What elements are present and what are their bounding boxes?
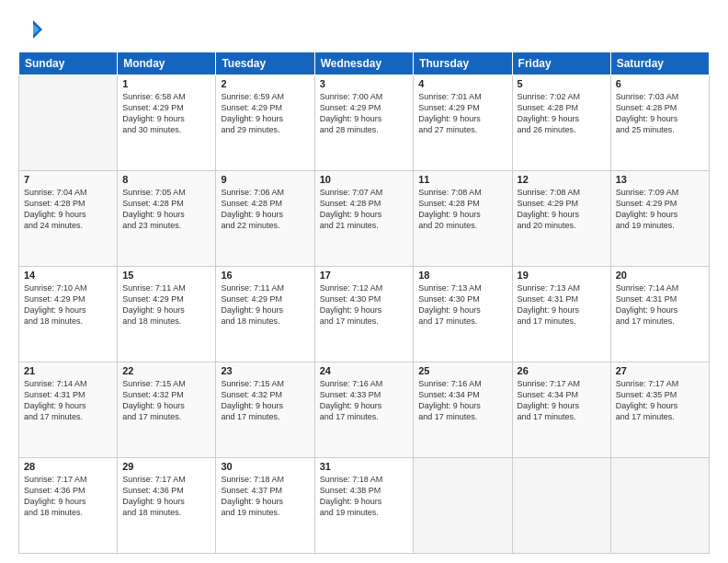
weekday-header: SundayMondayTuesdayWednesdayThursdayFrid… bbox=[19, 52, 710, 75]
calendar-cell: 24Sunrise: 7:16 AMSunset: 4:33 PMDayligh… bbox=[314, 362, 414, 458]
calendar-cell: 3Sunrise: 7:00 AMSunset: 4:29 PMDaylight… bbox=[314, 75, 414, 171]
day-number: 13 bbox=[616, 174, 704, 185]
day-info: Sunrise: 7:05 AMSunset: 4:28 PMDaylight:… bbox=[122, 187, 210, 232]
calendar-cell: 20Sunrise: 7:14 AMSunset: 4:31 PMDayligh… bbox=[610, 267, 709, 362]
day-number: 20 bbox=[616, 270, 704, 281]
weekday-sunday: Sunday bbox=[19, 52, 118, 75]
calendar-cell: 21Sunrise: 7:14 AMSunset: 4:31 PMDayligh… bbox=[19, 362, 118, 458]
day-number: 17 bbox=[320, 270, 409, 281]
day-number: 23 bbox=[221, 365, 309, 376]
calendar-cell: 22Sunrise: 7:15 AMSunset: 4:32 PMDayligh… bbox=[118, 362, 216, 458]
calendar-cell: 16Sunrise: 7:11 AMSunset: 4:29 PMDayligh… bbox=[216, 267, 314, 362]
calendar-cell: 2Sunrise: 6:59 AMSunset: 4:29 PMDaylight… bbox=[216, 75, 314, 171]
calendar-cell: 1Sunrise: 6:58 AMSunset: 4:29 PMDaylight… bbox=[118, 75, 216, 171]
calendar-cell: 12Sunrise: 7:08 AMSunset: 4:29 PMDayligh… bbox=[512, 171, 610, 267]
day-info: Sunrise: 7:17 AMSunset: 4:35 PMDaylight:… bbox=[616, 378, 704, 423]
day-number: 11 bbox=[418, 174, 506, 185]
calendar-cell: 9Sunrise: 7:06 AMSunset: 4:28 PMDaylight… bbox=[216, 171, 314, 267]
day-info: Sunrise: 7:11 AMSunset: 4:29 PMDaylight:… bbox=[122, 282, 210, 327]
calendar-body: 1Sunrise: 6:58 AMSunset: 4:29 PMDaylight… bbox=[19, 75, 710, 554]
day-info: Sunrise: 7:01 AMSunset: 4:29 PMDaylight:… bbox=[418, 91, 506, 136]
day-info: Sunrise: 7:13 AMSunset: 4:30 PMDaylight:… bbox=[418, 282, 506, 327]
day-number: 7 bbox=[24, 174, 112, 185]
day-number: 5 bbox=[518, 78, 606, 89]
day-number: 30 bbox=[221, 461, 309, 472]
weekday-thursday: Thursday bbox=[414, 52, 512, 75]
calendar-cell: 27Sunrise: 7:17 AMSunset: 4:35 PMDayligh… bbox=[610, 362, 709, 458]
header bbox=[18, 17, 710, 42]
calendar-cell bbox=[19, 75, 118, 171]
calendar-cell: 28Sunrise: 7:17 AMSunset: 4:36 PMDayligh… bbox=[19, 458, 118, 554]
day-number: 1 bbox=[122, 78, 210, 89]
day-info: Sunrise: 7:10 AMSunset: 4:29 PMDaylight:… bbox=[24, 282, 112, 327]
calendar-cell: 7Sunrise: 7:04 AMSunset: 4:28 PMDaylight… bbox=[19, 171, 118, 267]
calendar-cell: 23Sunrise: 7:15 AMSunset: 4:32 PMDayligh… bbox=[216, 362, 314, 458]
day-number: 28 bbox=[24, 461, 112, 472]
calendar-cell: 18Sunrise: 7:13 AMSunset: 4:30 PMDayligh… bbox=[414, 267, 512, 362]
day-number: 9 bbox=[221, 174, 309, 185]
day-number: 31 bbox=[320, 461, 409, 472]
weekday-monday: Monday bbox=[118, 52, 216, 75]
day-info: Sunrise: 7:00 AMSunset: 4:29 PMDaylight:… bbox=[320, 91, 409, 136]
calendar-cell: 29Sunrise: 7:17 AMSunset: 4:36 PMDayligh… bbox=[118, 458, 216, 554]
day-number: 10 bbox=[320, 174, 409, 185]
calendar-cell: 26Sunrise: 7:17 AMSunset: 4:34 PMDayligh… bbox=[512, 362, 610, 458]
calendar-cell: 6Sunrise: 7:03 AMSunset: 4:28 PMDaylight… bbox=[610, 75, 709, 171]
calendar-cell bbox=[610, 458, 709, 554]
day-number: 4 bbox=[418, 78, 506, 89]
day-info: Sunrise: 7:08 AMSunset: 4:29 PMDaylight:… bbox=[518, 187, 606, 232]
day-info: Sunrise: 7:16 AMSunset: 4:34 PMDaylight:… bbox=[418, 378, 506, 423]
day-info: Sunrise: 7:16 AMSunset: 4:33 PMDaylight:… bbox=[320, 378, 409, 423]
day-info: Sunrise: 7:06 AMSunset: 4:28 PMDaylight:… bbox=[221, 187, 309, 232]
day-number: 12 bbox=[518, 174, 606, 185]
week-row-0: 1Sunrise: 6:58 AMSunset: 4:29 PMDaylight… bbox=[19, 75, 710, 171]
weekday-friday: Friday bbox=[512, 52, 610, 75]
day-info: Sunrise: 7:09 AMSunset: 4:29 PMDaylight:… bbox=[616, 187, 704, 232]
day-info: Sunrise: 7:13 AMSunset: 4:31 PMDaylight:… bbox=[518, 282, 606, 327]
day-info: Sunrise: 7:11 AMSunset: 4:29 PMDaylight:… bbox=[221, 282, 309, 327]
day-number: 15 bbox=[122, 270, 210, 281]
page: SundayMondayTuesdayWednesdayThursdayFrid… bbox=[0, 0, 728, 563]
day-number: 24 bbox=[320, 365, 409, 376]
calendar-cell: 15Sunrise: 7:11 AMSunset: 4:29 PMDayligh… bbox=[118, 267, 216, 362]
day-number: 19 bbox=[518, 270, 606, 281]
day-info: Sunrise: 7:08 AMSunset: 4:28 PMDaylight:… bbox=[418, 187, 506, 232]
weekday-wednesday: Wednesday bbox=[314, 52, 414, 75]
week-row-2: 14Sunrise: 7:10 AMSunset: 4:29 PMDayligh… bbox=[19, 267, 710, 362]
day-number: 3 bbox=[320, 78, 409, 89]
day-number: 16 bbox=[221, 270, 309, 281]
calendar-cell: 14Sunrise: 7:10 AMSunset: 4:29 PMDayligh… bbox=[19, 267, 118, 362]
day-info: Sunrise: 7:17 AMSunset: 4:34 PMDaylight:… bbox=[518, 378, 606, 423]
day-info: Sunrise: 7:15 AMSunset: 4:32 PMDaylight:… bbox=[221, 378, 309, 423]
day-info: Sunrise: 7:15 AMSunset: 4:32 PMDaylight:… bbox=[122, 378, 210, 423]
day-number: 22 bbox=[122, 365, 210, 376]
weekday-saturday: Saturday bbox=[610, 52, 709, 75]
calendar-cell bbox=[414, 458, 512, 554]
day-info: Sunrise: 7:02 AMSunset: 4:28 PMDaylight:… bbox=[518, 91, 606, 136]
calendar-cell: 4Sunrise: 7:01 AMSunset: 4:29 PMDaylight… bbox=[414, 75, 512, 171]
calendar-cell bbox=[512, 458, 610, 554]
day-number: 26 bbox=[518, 365, 606, 376]
calendar-cell: 17Sunrise: 7:12 AMSunset: 4:30 PMDayligh… bbox=[314, 267, 414, 362]
day-info: Sunrise: 7:14 AMSunset: 4:31 PMDaylight:… bbox=[616, 282, 704, 327]
day-info: Sunrise: 7:07 AMSunset: 4:28 PMDaylight:… bbox=[320, 187, 409, 232]
calendar: SundayMondayTuesdayWednesdayThursdayFrid… bbox=[18, 52, 710, 554]
calendar-cell: 30Sunrise: 7:18 AMSunset: 4:37 PMDayligh… bbox=[216, 458, 314, 554]
logo bbox=[18, 17, 48, 42]
calendar-cell: 8Sunrise: 7:05 AMSunset: 4:28 PMDaylight… bbox=[118, 171, 216, 267]
calendar-cell: 13Sunrise: 7:09 AMSunset: 4:29 PMDayligh… bbox=[610, 171, 709, 267]
day-info: Sunrise: 7:04 AMSunset: 4:28 PMDaylight:… bbox=[24, 187, 112, 232]
week-row-3: 21Sunrise: 7:14 AMSunset: 4:31 PMDayligh… bbox=[19, 362, 710, 458]
day-number: 18 bbox=[418, 270, 506, 281]
calendar-cell: 19Sunrise: 7:13 AMSunset: 4:31 PMDayligh… bbox=[512, 267, 610, 362]
day-info: Sunrise: 6:59 AMSunset: 4:29 PMDaylight:… bbox=[221, 91, 309, 136]
day-info: Sunrise: 7:12 AMSunset: 4:30 PMDaylight:… bbox=[320, 282, 409, 327]
calendar-cell: 11Sunrise: 7:08 AMSunset: 4:28 PMDayligh… bbox=[414, 171, 512, 267]
day-number: 2 bbox=[221, 78, 309, 89]
week-row-1: 7Sunrise: 7:04 AMSunset: 4:28 PMDaylight… bbox=[19, 171, 710, 267]
calendar-cell: 5Sunrise: 7:02 AMSunset: 4:28 PMDaylight… bbox=[512, 75, 610, 171]
day-info: Sunrise: 7:03 AMSunset: 4:28 PMDaylight:… bbox=[616, 91, 704, 136]
day-number: 27 bbox=[616, 365, 704, 376]
calendar-cell: 25Sunrise: 7:16 AMSunset: 4:34 PMDayligh… bbox=[414, 362, 512, 458]
day-info: Sunrise: 7:17 AMSunset: 4:36 PMDaylight:… bbox=[122, 474, 210, 519]
